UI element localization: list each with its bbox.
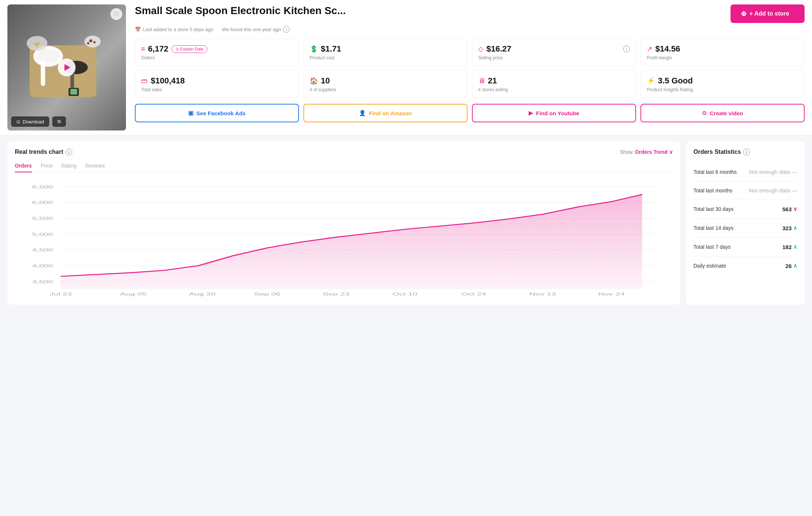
svg-point-15: [37, 49, 59, 62]
stat-row-6months-value: Not enough data —: [749, 169, 797, 175]
download-icon: ⊙: [16, 119, 20, 125]
last-added-text: Last added to a store 5 days ago: [143, 27, 213, 32]
svg-point-10: [93, 41, 96, 43]
selling-price-info-icon[interactable]: i: [623, 46, 630, 52]
orders-statistics-section: Orders Statistics i Total last 6 months …: [686, 141, 805, 305]
download-button[interactable]: ⊙ Download: [11, 116, 49, 127]
explain-label: Explain Data: [180, 47, 203, 51]
stat-card-stores-selling: 🖥 21 # stores selling: [472, 70, 636, 98]
svg-point-8: [84, 36, 101, 47]
svg-text:5,000: 5,000: [32, 232, 53, 236]
found-ago-meta: We found this one year ago i: [222, 26, 290, 33]
find-on-youtube-button[interactable]: ▶ Find on Youtube: [472, 104, 636, 122]
stat-card-profit-margin: ↗ $14.56 Profit margin: [640, 39, 805, 66]
product-meta: 📅 Last added to a store 5 days ago We fo…: [135, 26, 805, 33]
svg-text:Sep 06: Sep 06: [254, 291, 281, 296]
create-video-button[interactable]: ⊙ Create video: [640, 104, 805, 122]
tab-price[interactable]: Price: [41, 160, 53, 172]
svg-text:5,500: 5,500: [32, 216, 53, 221]
tab-rating[interactable]: Rating: [61, 160, 76, 172]
plus-circle-icon: ⊕: [741, 10, 746, 18]
main-content: Real trends chart i Show Orders Trend ∨ …: [0, 135, 812, 311]
cost-value: $1.71: [321, 44, 341, 54]
product-title: Small Scale Spoon Electronic Kitchen Sc.…: [135, 4, 346, 17]
svg-point-9: [89, 39, 92, 42]
selling-price-value: $16.27: [486, 44, 511, 54]
cost-icon: 💲: [310, 45, 318, 53]
stat-row-daily-value: 26 ∧: [785, 262, 797, 269]
copy-button[interactable]: ⧉: [52, 116, 66, 127]
svg-text:Nov 13: Nov 13: [529, 291, 556, 296]
statistics-title-text: Orders Statistics: [693, 149, 741, 155]
rating-icon: ⚡: [647, 77, 655, 85]
youtube-icon: ▶: [529, 110, 533, 116]
stat-row-daily-label: Daily estimate: [693, 263, 726, 269]
margin-icon: ↗: [647, 45, 652, 53]
facebook-ads-button[interactable]: ▣ See Facebook Ads: [135, 104, 299, 122]
action-buttons: ▣ See Facebook Ads 👤 Find on Amazon ▶ Fi…: [135, 104, 805, 122]
suppliers-value: 10: [321, 76, 330, 86]
svg-text:3,500: 3,500: [32, 279, 53, 284]
trend-up-icon-daily: ∧: [793, 262, 797, 269]
calendar-icon: 📅: [135, 27, 141, 32]
stat-card-selling-price: ◇ $16.27 i Selling price: [472, 39, 636, 66]
found-ago-info-icon[interactable]: i: [283, 26, 290, 33]
statistics-info-icon[interactable]: i: [743, 149, 750, 155]
svg-text:4,000: 4,000: [32, 264, 53, 268]
svg-text:Nov 24: Nov 24: [598, 291, 625, 296]
stat-card-suppliers: 🏠 10 # of suppliers: [303, 70, 467, 98]
stat-row-30days: Total last 30 days 563 ∨: [693, 200, 797, 219]
explain-icon: ⊙: [176, 47, 179, 52]
sales-icon: 🗃: [141, 77, 148, 85]
play-button[interactable]: [58, 59, 76, 76]
product-info: Small Scale Spoon Electronic Kitchen Sc.…: [135, 4, 805, 122]
stat-row-last-months-value: Not enough data —: [749, 187, 797, 194]
svg-text:Oct 24: Oct 24: [462, 291, 486, 296]
find-on-amazon-button[interactable]: 👤 Find on Amazon: [303, 104, 467, 122]
stat-row-14days: Total last 14 days 323 ∧: [693, 219, 797, 238]
chart-show-value[interactable]: Orders Trend ∨: [635, 149, 673, 155]
explain-data-badge[interactable]: ⊙ Explain Data: [172, 45, 207, 53]
orders-label: Orders: [141, 55, 293, 60]
orders-chart-svg: 6,500 6,000 5,500 5,000 4,500 4,000 3,50…: [15, 179, 673, 297]
stat-row-7days: Total last 7 days 182 ∧: [693, 238, 797, 257]
chart-show-selector[interactable]: Show Orders Trend ∨: [620, 149, 673, 155]
last-added-meta: 📅 Last added to a store 5 days ago: [135, 26, 213, 33]
stat-card-insights-rating: ⚡ 3.5 Good Product Insights Rating: [640, 70, 805, 98]
trend-up-icon-7: ∧: [793, 244, 797, 250]
trend-up-icon-14: ∧: [793, 225, 797, 231]
svg-text:6,000: 6,000: [32, 200, 53, 205]
copy-icon: ⧉: [57, 119, 61, 125]
product-title-row: Small Scale Spoon Electronic Kitchen Sc.…: [135, 4, 805, 23]
cost-label: Product cost: [310, 55, 461, 60]
youtube-label: Find on Youtube: [536, 110, 579, 116]
amazon-label: Find on Amazon: [369, 110, 412, 116]
insights-rating-value: 3.5 Good: [658, 76, 693, 86]
chart-header: Real trends chart i Show Orders Trend ∨: [15, 149, 673, 155]
tab-orders[interactable]: Orders: [15, 160, 32, 172]
stat-row-14days-label: Total last 14 days: [693, 225, 733, 231]
chart-area: 6,500 6,000 5,500 5,000 4,500 4,000 3,50…: [15, 179, 673, 297]
stat-row-6months-label: Total last 6 months: [693, 169, 737, 175]
product-image-container: ♡ ⊙ Download ⧉: [7, 4, 126, 130]
svg-text:Oct 10: Oct 10: [393, 291, 417, 296]
chart-tabs: Orders Price Rating Reviews: [15, 160, 673, 173]
orders-icon: ≡: [141, 45, 145, 53]
chart-info-icon[interactable]: i: [66, 149, 72, 155]
download-label: Download: [23, 119, 44, 125]
chart-show-label: Show: [620, 149, 633, 155]
svg-text:Aug 20: Aug 20: [189, 291, 216, 296]
stores-selling-label: # stores selling: [478, 87, 630, 92]
stat-card-product-cost: 💲 $1.71 Product cost: [303, 39, 467, 66]
amazon-icon: 👤: [359, 110, 366, 116]
video-icon: ⊙: [702, 110, 707, 116]
tab-reviews[interactable]: Reviews: [85, 160, 105, 172]
image-actions: ⊙ Download ⧉: [11, 116, 66, 127]
stat-row-7days-value: 182 ∧: [782, 244, 797, 250]
heart-button[interactable]: ♡: [110, 8, 122, 20]
svg-text:6,500: 6,500: [32, 184, 53, 189]
chart-show-value-text: Orders Trend: [635, 149, 668, 155]
add-to-store-button[interactable]: ⊕ + Add to store: [731, 4, 805, 23]
stat-card-orders: ≡ 6,172 ⊙ Explain Data Orders: [135, 39, 299, 66]
facebook-icon: ▣: [188, 110, 193, 116]
